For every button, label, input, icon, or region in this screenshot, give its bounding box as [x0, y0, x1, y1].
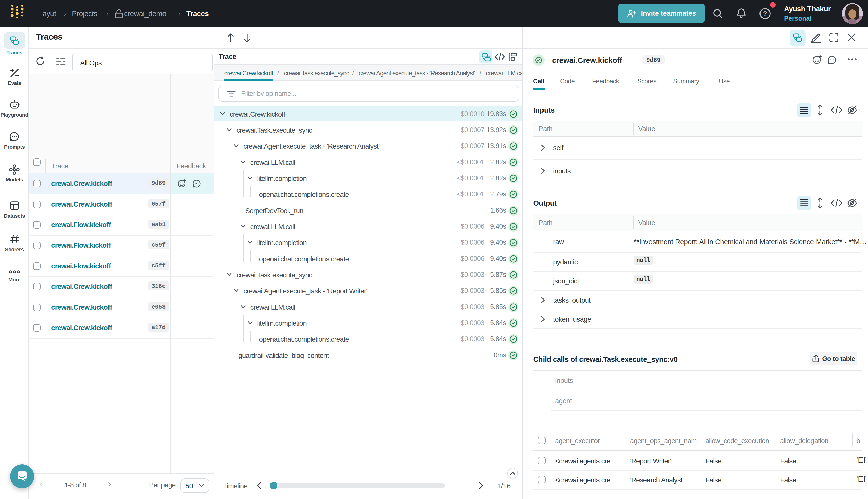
svg-text:?: ? — [763, 10, 767, 17]
